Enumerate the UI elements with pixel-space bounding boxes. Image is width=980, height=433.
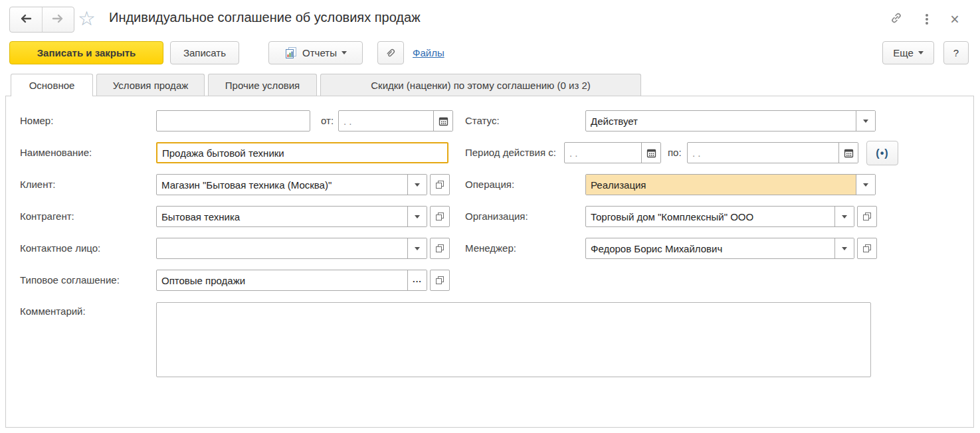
period-from-field[interactable]: . . — [564, 142, 661, 163]
open-form-icon — [862, 244, 872, 253]
vertical-dots-icon — [926, 13, 928, 26]
organization-value[interactable]: Торговый дом "Комплексный" ООО — [586, 207, 834, 226]
triangle-down-icon — [863, 120, 868, 123]
manager-value[interactable]: Федоров Борис Михайлович — [586, 238, 834, 258]
operation-field[interactable]: Реализация — [585, 174, 876, 195]
period-from-calendar-button[interactable] — [641, 143, 660, 163]
window-menu-button[interactable] — [916, 9, 938, 29]
tab-other-conditions[interactable]: Прочие условия — [208, 74, 317, 96]
period-to-field[interactable]: . . — [687, 142, 858, 163]
period-to-label: по: — [668, 147, 682, 158]
standard-agreement-label: Типовое соглашение: — [20, 274, 120, 286]
period-to-value[interactable]: . . — [688, 143, 838, 163]
arrow-left-icon — [20, 14, 32, 26]
open-form-icon — [435, 276, 444, 285]
manager-field[interactable]: Федоров Борис Михайлович — [585, 238, 854, 259]
page-title: Индивидуальное соглашение об условиях пр… — [109, 10, 421, 25]
status-dropdown-button[interactable] — [856, 111, 875, 131]
open-form-icon — [862, 212, 872, 221]
paperclip-icon — [385, 47, 397, 59]
contact-value[interactable] — [157, 238, 407, 258]
files-link[interactable]: Файлы — [413, 47, 444, 58]
history-nav-group — [9, 7, 74, 33]
more-label: Еще — [893, 47, 914, 58]
chevron-down-icon — [342, 51, 347, 54]
manager-label: Менеджер: — [465, 242, 516, 254]
counterparty-field[interactable]: Бытовая техника — [156, 206, 427, 227]
save-button[interactable]: Записать — [170, 41, 239, 64]
number-label: Номер: — [20, 115, 53, 126]
arrow-right-icon — [52, 14, 64, 26]
calendar-icon — [844, 148, 854, 158]
organization-open-button[interactable] — [857, 206, 877, 227]
standard-agreement-open-button[interactable] — [430, 270, 450, 291]
tab-discounts[interactable]: Скидки (наценки) по этому соглашению (0 … — [320, 74, 641, 96]
organization-field[interactable]: Торговый дом "Комплексный" ООО — [585, 206, 854, 227]
from-date-field[interactable]: . . — [338, 110, 453, 131]
organization-dropdown-button[interactable] — [834, 207, 854, 226]
back-button[interactable] — [10, 7, 42, 32]
calendar-icon — [646, 148, 656, 158]
counterparty-open-button[interactable] — [430, 206, 450, 227]
operation-dropdown-button[interactable] — [856, 175, 875, 195]
manager-open-button[interactable] — [857, 238, 877, 259]
name-label: Наименование: — [20, 147, 92, 158]
client-value[interactable]: Магазин "Бытовая техника (Москва)" — [157, 175, 407, 195]
number-field[interactable] — [156, 110, 310, 131]
name-value[interactable]: Продажа бытовой техники — [157, 143, 447, 162]
status-label: Статус: — [465, 115, 500, 126]
comment-textarea[interactable] — [156, 302, 871, 377]
standard-agreement-select-button[interactable]: ... — [407, 270, 427, 290]
save-and-close-button[interactable]: Записать и закрыть — [9, 41, 163, 64]
from-date-calendar-button[interactable] — [433, 111, 452, 131]
client-label: Клиент: — [20, 179, 56, 190]
contact-dropdown-button[interactable] — [407, 238, 427, 258]
tab-main[interactable]: Основное — [11, 74, 93, 96]
triangle-down-icon — [415, 247, 420, 250]
open-form-icon — [435, 212, 444, 221]
from-date-value[interactable]: . . — [339, 111, 433, 131]
tab-sales-conditions[interactable]: Условия продаж — [96, 74, 205, 96]
attachments-button[interactable] — [377, 41, 404, 64]
status-value[interactable]: Действует — [586, 111, 856, 131]
client-open-button[interactable] — [430, 174, 450, 195]
close-button[interactable]: × — [943, 9, 966, 29]
triangle-down-icon — [415, 183, 420, 187]
save-and-close-label: Записать и закрыть — [37, 47, 136, 58]
standard-agreement-value[interactable]: Оптовые продажи — [157, 270, 407, 290]
status-field[interactable]: Действует — [585, 110, 876, 131]
chain-link-icon — [890, 11, 903, 27]
report-pages-icon — [284, 46, 298, 59]
contact-open-button[interactable] — [430, 238, 450, 259]
reports-label: Отчеты — [302, 47, 337, 58]
copy-link-button[interactable] — [885, 9, 908, 29]
counterparty-value[interactable]: Бытовая техника — [157, 207, 407, 226]
save-label: Записать — [183, 47, 226, 58]
triangle-down-icon — [842, 247, 847, 250]
triangle-down-icon — [842, 215, 847, 218]
forward-button[interactable] — [42, 7, 74, 32]
contact-field[interactable] — [156, 238, 427, 259]
more-button[interactable]: Еще — [882, 41, 934, 64]
open-form-icon — [435, 180, 444, 189]
favorite-star-icon[interactable]: ☆ — [78, 7, 96, 31]
name-field[interactable]: Продажа бытовой техники — [156, 142, 448, 163]
triangle-down-icon — [863, 183, 868, 187]
number-value[interactable] — [157, 111, 310, 131]
period-selector-button[interactable]: (•) — [866, 141, 898, 165]
client-dropdown-button[interactable] — [407, 175, 427, 195]
period-to-calendar-button[interactable] — [838, 143, 858, 163]
counterparty-dropdown-button[interactable] — [407, 207, 427, 226]
operation-value[interactable]: Реализация — [586, 175, 856, 195]
comment-label: Комментарий: — [20, 305, 86, 317]
contact-label: Контактное лицо: — [20, 242, 100, 254]
client-field[interactable]: Магазин "Бытовая техника (Москва)" — [156, 174, 427, 195]
standard-agreement-field[interactable]: Оптовые продажи ... — [156, 270, 427, 291]
organization-label: Организация: — [465, 211, 528, 222]
from-label: от: — [321, 115, 334, 126]
reports-button[interactable]: Отчеты — [268, 41, 363, 64]
period-from-value[interactable]: . . — [565, 143, 641, 163]
operation-label: Операция: — [465, 179, 514, 190]
manager-dropdown-button[interactable] — [834, 238, 854, 258]
help-button[interactable]: ? — [943, 41, 969, 64]
